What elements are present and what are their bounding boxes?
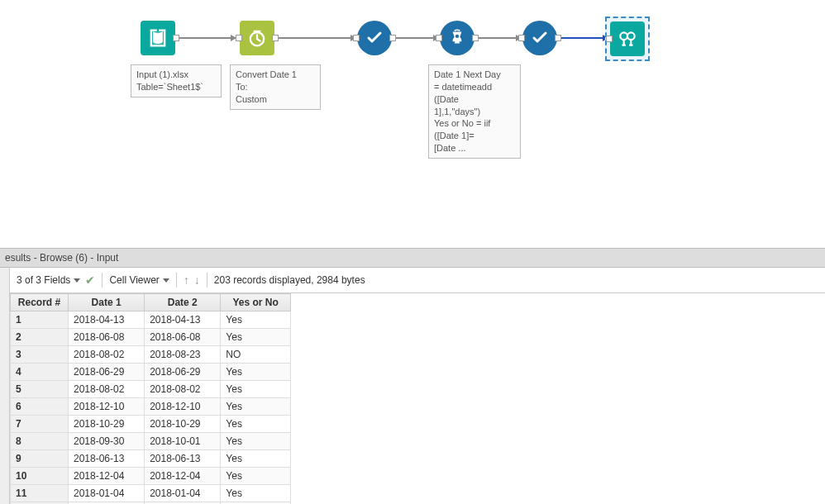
date2-cell[interactable]: 2018-01-04 xyxy=(145,485,221,502)
record-cell[interactable]: 6 xyxy=(11,398,69,416)
record-cell[interactable]: 7 xyxy=(11,416,69,433)
date2-cell[interactable]: 2018-06-29 xyxy=(145,364,221,381)
date1-cell[interactable]: 2018-06-08 xyxy=(69,329,145,346)
table-row[interactable]: 112018-01-042018-01-04Yes xyxy=(11,485,291,502)
select-tool-icon[interactable] xyxy=(357,21,392,55)
col-record[interactable]: Record # xyxy=(11,294,69,311)
table-row[interactable]: 62018-12-102018-12-10Yes xyxy=(11,398,291,416)
table-row[interactable]: 92018-06-132018-06-13Yes xyxy=(11,450,291,468)
yesno-cell[interactable]: Yes xyxy=(221,329,291,346)
connector xyxy=(393,37,438,39)
table-row[interactable]: 72018-10-292018-10-29Yes xyxy=(11,416,291,433)
connector xyxy=(277,37,355,39)
sort-asc-icon[interactable]: ↑ xyxy=(184,273,189,287)
date1-cell[interactable]: 2018-12-10 xyxy=(69,398,145,416)
yesno-cell[interactable]: Yes xyxy=(221,381,291,398)
browse-tool-icon[interactable] xyxy=(610,21,645,56)
date1-cell[interactable]: 2018-12-04 xyxy=(69,468,145,485)
date1-cell[interactable]: 2018-01-04 xyxy=(69,485,145,502)
record-cell[interactable]: 5 xyxy=(11,381,69,398)
date2-cell[interactable]: 2018-08-02 xyxy=(145,381,221,398)
date1-cell[interactable]: 2018-06-13 xyxy=(69,450,145,468)
date1-cell[interactable]: 2018-08-02 xyxy=(69,346,145,364)
cellviewer-dropdown[interactable]: Cell Viewer xyxy=(109,274,169,286)
browse-tool-selected[interactable] xyxy=(605,17,650,61)
table-row[interactable]: 102018-12-042018-12-04Yes xyxy=(11,468,291,485)
date2-cell[interactable]: 2018-12-04 xyxy=(145,468,221,485)
date2-cell[interactable]: 2018-04-13 xyxy=(145,311,221,329)
date1-cell[interactable]: 2018-06-29 xyxy=(69,364,145,381)
record-cell[interactable]: 11 xyxy=(11,485,69,502)
yesno-cell[interactable]: Yes xyxy=(221,364,291,381)
table-row[interactable]: 82018-09-302018-10-01Yes xyxy=(11,433,291,450)
formula-tool-icon[interactable] xyxy=(440,21,474,55)
table-row[interactable]: 42018-06-292018-06-29Yes xyxy=(11,364,291,381)
results-toolbar: 3 of 3 Fields ✔ Cell Viewer ↑ ↓ 203 reco… xyxy=(10,268,825,293)
date2-cell[interactable]: 2018-08-23 xyxy=(145,346,221,364)
input-tool-icon[interactable] xyxy=(141,21,175,55)
record-cell[interactable]: 3 xyxy=(11,346,69,364)
check-icon[interactable]: ✔ xyxy=(85,273,95,287)
connector xyxy=(475,37,521,39)
svg-point-3 xyxy=(627,32,635,40)
record-cell[interactable]: 1 xyxy=(11,311,69,329)
select-tool-icon[interactable] xyxy=(522,21,557,55)
fields-dropdown[interactable]: 3 of 3 Fields xyxy=(17,274,80,286)
date2-cell[interactable]: 2018-10-29 xyxy=(145,416,221,433)
results-grid[interactable]: Record # Date 1 Date 2 Yes or No 12018-0… xyxy=(10,293,291,504)
table-row[interactable]: 32018-08-022018-08-23NO xyxy=(11,346,291,364)
date1-cell[interactable]: 2018-09-30 xyxy=(69,433,145,450)
yesno-cell[interactable]: NO xyxy=(221,346,291,364)
results-status: 203 records displayed, 2984 bytes xyxy=(214,274,365,286)
table-row[interactable]: 52018-08-022018-08-02Yes xyxy=(11,381,291,398)
formula-annotation: Date 1 Next Day = datetimeadd ([Date 1],… xyxy=(428,64,521,159)
yesno-cell[interactable]: Yes xyxy=(221,311,291,329)
yesno-cell[interactable]: Yes xyxy=(221,450,291,468)
col-yesno[interactable]: Yes or No xyxy=(221,294,291,311)
input-annotation: Input (1).xlsx Table=`Sheet1$` xyxy=(131,64,222,97)
date2-cell[interactable]: 2018-06-13 xyxy=(145,450,221,468)
record-cell[interactable]: 8 xyxy=(11,433,69,450)
record-cell[interactable]: 10 xyxy=(11,468,69,485)
col-date1[interactable]: Date 1 xyxy=(69,294,145,311)
date1-cell[interactable]: 2018-08-02 xyxy=(69,381,145,398)
yesno-cell[interactable]: Yes xyxy=(221,398,291,416)
yesno-cell[interactable]: Yes xyxy=(221,468,291,485)
record-cell[interactable]: 4 xyxy=(11,364,69,381)
yesno-cell[interactable]: Yes xyxy=(221,433,291,450)
table-row[interactable]: 22018-06-082018-06-08Yes xyxy=(11,329,291,346)
table-row[interactable]: 12018-04-132018-04-13Yes xyxy=(11,311,291,329)
record-cell[interactable]: 2 xyxy=(11,329,69,346)
date2-cell[interactable]: 2018-06-08 xyxy=(145,329,221,346)
svg-point-1 xyxy=(455,35,459,38)
datetime-tool-icon[interactable] xyxy=(240,21,274,55)
date2-cell[interactable]: 2018-10-01 xyxy=(145,433,221,450)
connector xyxy=(558,37,608,39)
svg-point-2 xyxy=(620,32,627,40)
connector xyxy=(178,37,236,39)
date1-cell[interactable]: 2018-04-13 xyxy=(69,311,145,329)
datetime-annotation: Convert Date 1 To: Custom xyxy=(230,64,321,110)
col-date2[interactable]: Date 2 xyxy=(145,294,221,311)
yesno-cell[interactable]: Yes xyxy=(221,485,291,502)
yesno-cell[interactable]: Yes xyxy=(221,416,291,433)
record-cell[interactable]: 9 xyxy=(11,450,69,468)
results-pane-title: esults - Browse (6) - Input xyxy=(0,248,825,268)
sort-desc-icon[interactable]: ↓ xyxy=(194,273,200,287)
date1-cell[interactable]: 2018-10-29 xyxy=(69,416,145,433)
date2-cell[interactable]: 2018-12-10 xyxy=(145,398,221,416)
workflow-canvas[interactable]: Input (1).xlsx Table=`Sheet1$` Convert D… xyxy=(0,0,825,248)
